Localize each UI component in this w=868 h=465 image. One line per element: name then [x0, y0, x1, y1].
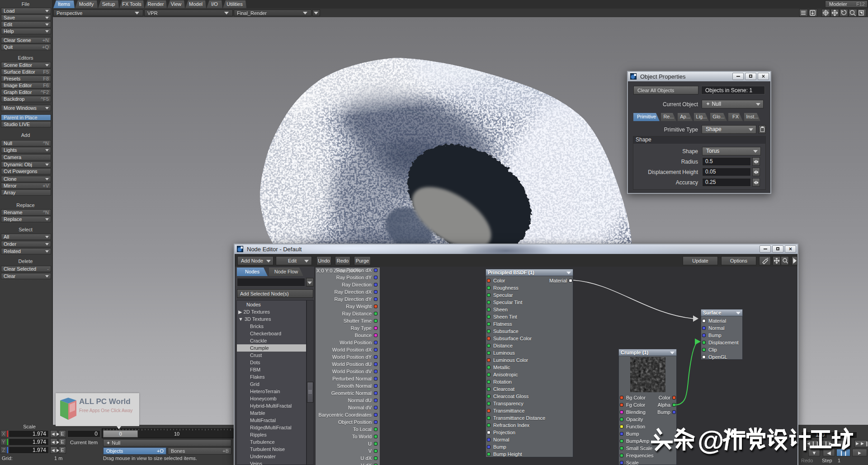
svg-text:@: @: [698, 425, 724, 456]
